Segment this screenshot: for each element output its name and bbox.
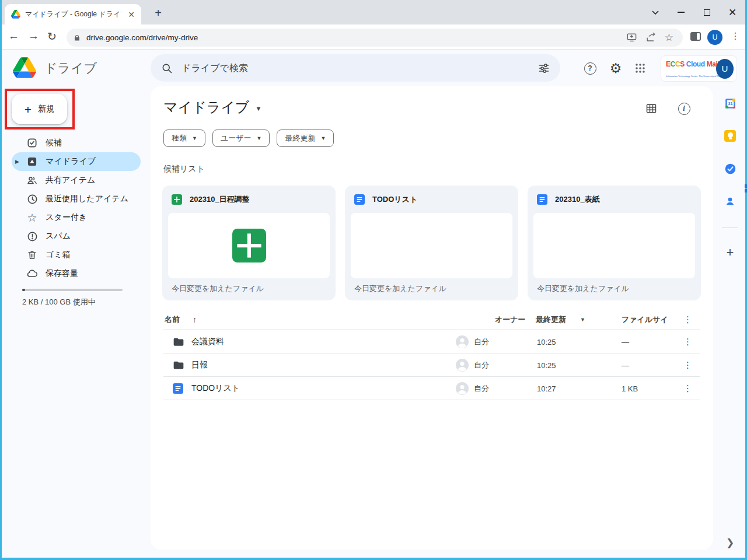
table-options-icon[interactable]: ⋮ xyxy=(683,314,692,325)
title-dropdown-icon[interactable]: ▼ xyxy=(255,103,261,112)
install-icon[interactable] xyxy=(626,32,637,43)
annotation-red-box xyxy=(5,89,75,130)
sidebar-item-suggested[interactable]: 候補 xyxy=(12,134,141,152)
suggested-card-cover[interactable]: 202310_表紙 今日変更を加えたファイル xyxy=(528,186,701,300)
file-name[interactable]: 会議資料 xyxy=(191,337,224,347)
eccs-logo: ECCS Cloud Mail xyxy=(666,60,719,68)
new-tab-button[interactable]: + xyxy=(151,5,166,20)
tasks-icon[interactable] xyxy=(724,162,736,175)
drive-search-bar[interactable] xyxy=(151,54,560,82)
trash-icon xyxy=(26,249,38,261)
contacts-icon[interactable] xyxy=(724,195,736,208)
browser-avatar[interactable]: U xyxy=(707,30,722,45)
filter-user-chip[interactable]: ユーザー▼ xyxy=(212,130,270,147)
chevron-down-icon: ▼ xyxy=(320,135,326,141)
info-icon[interactable]: i xyxy=(677,102,691,116)
file-name[interactable]: 日報 xyxy=(191,360,208,370)
apps-grid-icon[interactable] xyxy=(630,58,651,79)
expand-arrow-icon[interactable]: ▶ xyxy=(15,159,19,164)
browser-window: マイドライブ - Google ドライブ ✕ + ✕ ← → ↻ drive.g… xyxy=(0,0,747,560)
row-menu-icon[interactable]: ⋮ xyxy=(683,360,692,370)
owner-avatar xyxy=(455,335,469,349)
tab-close-icon[interactable]: ✕ xyxy=(126,10,137,19)
sidebar-item-spam[interactable]: スパム xyxy=(12,227,141,246)
page-title: マイドライブ xyxy=(163,98,249,117)
close-button[interactable]: ✕ xyxy=(720,0,745,24)
filter-type-chip[interactable]: 種類▼ xyxy=(163,130,205,147)
modified-time: 10:25 xyxy=(537,337,556,346)
settings-gear-icon[interactable]: ⚙ xyxy=(605,58,626,79)
grid-view-icon[interactable] xyxy=(644,102,658,116)
row-menu-icon[interactable]: ⋮ xyxy=(683,383,692,394)
add-apps-icon[interactable]: + xyxy=(724,245,736,260)
sidebar-item-trash[interactable]: ゴミ箱 xyxy=(12,246,141,264)
column-size[interactable]: ファイルサイ xyxy=(622,314,668,325)
table-row[interactable]: 日報 自分 10:25 — ⋮ xyxy=(163,354,700,377)
share-icon[interactable] xyxy=(645,32,657,43)
sidebar-item-starred[interactable]: ☆ スター付き xyxy=(12,208,141,227)
search-input[interactable] xyxy=(181,63,529,74)
owner-avatar xyxy=(455,358,469,372)
tab-search-icon[interactable] xyxy=(643,0,668,24)
drive-main-panel: マイドライブ ▼ i 種類▼ ユーザー▼ 最終更新▼ 候補リスト 202310_… xyxy=(151,86,713,550)
people-icon xyxy=(26,174,38,186)
minimize-button[interactable] xyxy=(668,0,694,24)
account-badge[interactable]: ECCS Cloud Mail Information Technology C… xyxy=(661,55,737,82)
eccs-tagline: Information Technology Center, The Unive… xyxy=(666,75,723,78)
sidebar-item-storage[interactable]: 保存容量 xyxy=(12,264,141,283)
url-text: drive.google.com/drive/my-drive xyxy=(86,33,620,42)
row-menu-icon[interactable]: ⋮ xyxy=(683,337,692,347)
suggested-card-todo[interactable]: TODOリスト 今日変更を加えたファイル xyxy=(345,186,518,300)
search-options-icon[interactable] xyxy=(538,62,550,74)
sidebar-item-my-drive[interactable]: ▶ マイドライブ xyxy=(12,152,141,171)
file-table: 名前 ↑ オーナー 最終更新 ▼ ファイルサイ ⋮ 会議資料 自分 10:25 … xyxy=(163,309,700,400)
sidebar-item-recent[interactable]: 最近使用したアイテム xyxy=(12,190,141,208)
sidebar-item-label: スパム xyxy=(46,231,71,242)
show-side-panel-icon[interactable]: ❯ xyxy=(726,537,734,549)
column-modified[interactable]: 最終更新 xyxy=(536,314,566,325)
drive-avatar[interactable]: U xyxy=(716,59,734,79)
chevron-down-icon: ▼ xyxy=(257,135,262,141)
url-bar[interactable]: drive.google.com/drive/my-drive ☆ xyxy=(67,29,683,47)
sort-descending-icon[interactable]: ▼ xyxy=(580,317,585,323)
docs-file-icon xyxy=(173,383,183,394)
search-icon xyxy=(161,62,173,74)
capture-border xyxy=(0,558,747,560)
file-name[interactable]: TODOリスト xyxy=(191,383,240,394)
card-preview xyxy=(168,213,330,278)
drive-sidebar-nav: 候補 ▶ マイドライブ 共有アイテム 最近使用したアイテム ☆ スター付き スパ… xyxy=(0,134,151,283)
browser-tab[interactable]: マイドライブ - Google ドライブ ✕ xyxy=(5,4,141,24)
card-title: TODOリスト xyxy=(372,194,417,205)
column-name[interactable]: 名前 xyxy=(165,314,180,325)
back-icon[interactable]: ← xyxy=(8,30,19,43)
filter-modified-chip[interactable]: 最終更新▼ xyxy=(277,130,334,147)
calendar-icon[interactable]: 31 xyxy=(724,97,736,110)
sidebar-item-label: 最近使用したアイテム xyxy=(46,194,128,204)
sidebar-item-shared[interactable]: 共有アイテム xyxy=(12,171,141,190)
bookmark-star-icon[interactable]: ☆ xyxy=(665,33,673,43)
keep-icon[interactable] xyxy=(724,130,736,142)
sidebar-item-label: 共有アイテム xyxy=(46,175,95,186)
maximize-button[interactable] xyxy=(694,0,720,24)
card-reason: 今日変更を加えたファイル xyxy=(354,284,446,294)
drive-favicon-icon xyxy=(11,10,20,19)
table-row[interactable]: TODOリスト 自分 10:27 1 KB ⋮ xyxy=(163,377,700,400)
browser-menu-icon[interactable]: ⋮ xyxy=(731,30,740,41)
docs-file-icon xyxy=(537,194,547,205)
side-panel-icon[interactable] xyxy=(690,32,701,41)
sort-ascending-icon[interactable]: ↑ xyxy=(193,315,197,324)
suggested-card-schedule[interactable]: 202310_日程調整 今日変更を加えたファイル xyxy=(162,186,336,300)
column-owner[interactable]: オーナー xyxy=(495,314,526,325)
folder-icon xyxy=(173,359,184,371)
docs-file-icon xyxy=(354,194,365,205)
chevron-down-icon: ▼ xyxy=(192,135,197,141)
cloud-icon xyxy=(26,268,38,279)
forward-icon[interactable]: → xyxy=(28,30,39,43)
help-icon[interactable]: ? xyxy=(580,58,601,79)
file-size: 1 KB xyxy=(622,384,638,393)
table-row[interactable]: 会議資料 自分 10:25 — ⋮ xyxy=(163,330,700,354)
drive-logo-icon[interactable] xyxy=(13,57,36,80)
reload-icon[interactable]: ↻ xyxy=(47,30,57,43)
capture-border xyxy=(0,0,2,560)
sidebar-item-label: ゴミ箱 xyxy=(46,250,71,260)
